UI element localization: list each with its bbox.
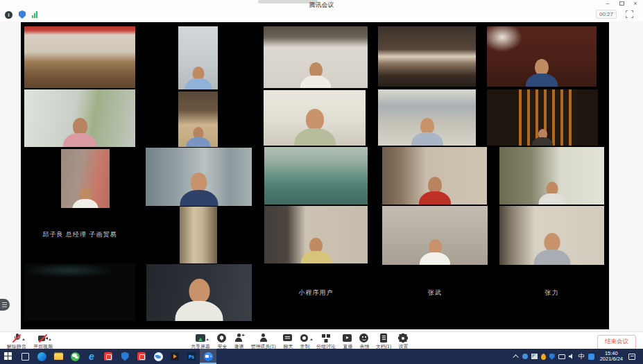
- tencent-meeting-icon[interactable]: [200, 349, 216, 364]
- painting-glasses-person-video[interactable]: [378, 89, 476, 146]
- tray-blue-app-icon[interactable]: [588, 354, 594, 360]
- chat-button[interactable]: 聊天: [280, 333, 296, 350]
- red-office-app-icon[interactable]: [100, 349, 117, 364]
- yellow-shirt-man-video[interactable]: [264, 206, 368, 263]
- clock-date: 2021/6/24: [600, 356, 623, 363]
- windows-start-icon[interactable]: [0, 349, 17, 364]
- participant-name-label: 张武: [382, 288, 488, 297]
- breakout-button[interactable]: 分组讨论: [313, 333, 339, 350]
- task-view-icon[interactable]: [17, 349, 33, 364]
- camera-off-button[interactable]: 开启视频: [30, 333, 56, 350]
- qiu-ziliang-tile[interactable]: 邱子良 总经理 子画贸易: [24, 208, 135, 262]
- red-polo-man-video[interactable]: [382, 147, 487, 205]
- participant-silhouette: [420, 239, 450, 265]
- emoji-icon: [359, 333, 370, 343]
- camera-off-icon: [37, 333, 49, 343]
- navy-polo-man-video[interactable]: [487, 26, 597, 87]
- olive-shirt-man-video[interactable]: [264, 90, 366, 146]
- dark-video[interactable]: [24, 263, 135, 321]
- tray-app-icon[interactable]: [522, 354, 528, 359]
- chevron-up-icon[interactable]: [206, 337, 209, 340]
- meeting-info-icon[interactable]: i: [5, 11, 12, 19]
- file-explorer-icon[interactable]: [50, 349, 67, 364]
- mini-program-user-tile[interactable]: 小程序用户: [264, 265, 368, 321]
- record-button[interactable]: 录制: [296, 333, 313, 350]
- display-tray-icon[interactable]: [558, 354, 565, 359]
- plaid-shirt-man-video[interactable]: [178, 92, 218, 147]
- security-shield-icon: [216, 333, 228, 343]
- participant-silhouette: [294, 109, 336, 146]
- video-player-icon[interactable]: [166, 349, 183, 364]
- invite-icon: +: [233, 333, 244, 343]
- maximize-button[interactable]: [617, 0, 626, 8]
- live-button[interactable]: 直播: [339, 333, 356, 350]
- screen: { "window": { "title": "腾讯会议", "controls…: [0, 0, 643, 364]
- sidebar-handle-icon[interactable]: [0, 299, 10, 311]
- share-screen-button[interactable]: 共享屏幕: [187, 333, 214, 350]
- action-center-icon[interactable]: [628, 354, 635, 360]
- zhang-wu-tile[interactable]: 张武: [382, 265, 488, 321]
- invite-button[interactable]: +邀请: [230, 333, 247, 350]
- mic-muted-icon: [11, 333, 22, 343]
- share-screen-icon: [195, 333, 206, 343]
- meeting-room-banner-video[interactable]: [24, 26, 135, 88]
- volume-icon[interactable]: [569, 354, 575, 359]
- close-button[interactable]: ×: [631, 0, 640, 8]
- end-meeting-button[interactable]: 结束会议: [597, 335, 636, 349]
- lattice-room-man-video[interactable]: [487, 89, 598, 146]
- participant-silhouette: [180, 173, 218, 206]
- participant-silhouette: [300, 62, 331, 88]
- chevron-up-icon[interactable]: [49, 337, 51, 340]
- oval-table-room-video[interactable]: [264, 147, 368, 205]
- breakout-icon: [320, 333, 332, 343]
- glasses-gray-man-video[interactable]: [499, 206, 604, 265]
- fullscreen-icon[interactable]: [626, 10, 633, 18]
- cloud-drive-icon[interactable]: [150, 349, 166, 364]
- internet-explorer-icon[interactable]: [83, 349, 100, 364]
- photoshop-icon[interactable]: [183, 349, 200, 364]
- participant-silhouette: [533, 233, 570, 265]
- mic-muted-button[interactable]: 解除静音: [3, 333, 30, 350]
- participant-silhouette: [301, 238, 332, 263]
- pink-shirt-man-video[interactable]: [24, 89, 135, 147]
- white-shirt-smiling-man-video[interactable]: [382, 206, 488, 265]
- cabinet-room-video[interactable]: [180, 207, 217, 263]
- taskbar-apps: [0, 349, 216, 364]
- participant-name-label: 邱子良 总经理 子画贸易: [24, 230, 135, 239]
- security-manager-icon[interactable]: [117, 349, 133, 364]
- selfie-man-video[interactable]: [146, 264, 252, 321]
- dark-meeting-room-video[interactable]: [378, 26, 476, 87]
- members-button[interactable]: 管理成员(1): [247, 333, 280, 350]
- emoji-button[interactable]: 表情: [356, 333, 372, 350]
- gray-shirt-man-video[interactable]: [499, 147, 604, 205]
- taskbar-clock[interactable]: 15:40 2021/6/24: [598, 351, 625, 363]
- minimize-button[interactable]: –: [603, 0, 612, 8]
- blue-polo-man-video[interactable]: [178, 26, 218, 89]
- screenshot-tool-icon[interactable]: [531, 354, 538, 359]
- participant-name-label: 小程序用户: [264, 288, 368, 297]
- participant-silhouette: [526, 59, 558, 87]
- headphones-man-video[interactable]: [146, 148, 252, 206]
- participant-silhouette: [185, 67, 212, 89]
- participant-silhouette: [532, 129, 553, 146]
- docs-button[interactable]: 文档(1): [372, 333, 395, 350]
- security-shield-icon[interactable]: [19, 10, 26, 19]
- chevron-up-icon[interactable]: [22, 337, 25, 340]
- video-stage: 邱子良 总经理 子画贸易小程序用户张武张力: [0, 21, 643, 331]
- calligraphy-man-video[interactable]: [264, 26, 368, 88]
- settings-button[interactable]: 设置: [395, 333, 411, 350]
- record-icon: [299, 333, 310, 343]
- edge-icon[interactable]: [33, 349, 50, 364]
- input-method-indicator[interactable]: 中: [578, 353, 585, 360]
- title-bar: 腾讯会议 – ×: [0, 0, 643, 8]
- wechat-icon[interactable]: [67, 349, 83, 364]
- white-shirt-desk-man-video[interactable]: [61, 149, 110, 209]
- docs-icon: [378, 333, 389, 343]
- flame-app-icon[interactable]: [541, 354, 546, 360]
- red-office-app-2-icon[interactable]: [133, 349, 150, 364]
- security-shield-button[interactable]: 安全: [214, 333, 230, 350]
- meeting-toolbar: 解除静音开启视频 共享屏幕安全+邀请管理成员(1)聊天录制分组讨论直播表情文档(…: [0, 331, 643, 349]
- hidden-icons-arrow-icon[interactable]: [513, 354, 518, 360]
- tray-security-shield-icon[interactable]: [549, 354, 555, 360]
- zhang-li-tile[interactable]: 张力: [499, 265, 604, 321]
